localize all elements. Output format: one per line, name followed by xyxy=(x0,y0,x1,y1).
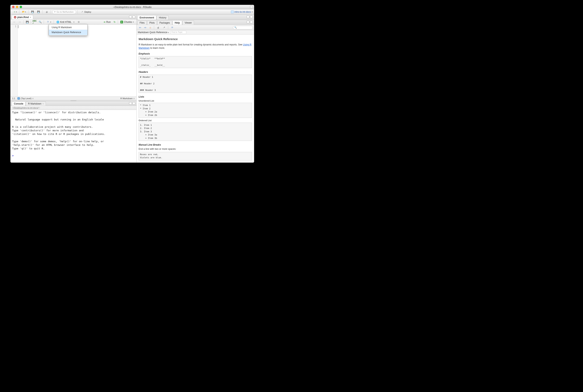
help-print-icon[interactable]: 🖨 xyxy=(155,26,161,30)
save-doc-icon[interactable]: 💾 xyxy=(25,20,30,24)
console-output[interactable]: Type 'license()' or 'licence()' for dist… xyxy=(11,110,136,162)
console-path-bar: ~/Desktop/intro-to-int-docs/ ⇨ xyxy=(11,106,136,110)
minimize-window-button[interactable] xyxy=(16,6,18,8)
zoom-window-button[interactable] xyxy=(20,6,22,8)
new-file-button[interactable]: ＋▾ xyxy=(12,10,18,14)
project-icon xyxy=(231,10,234,13)
console-tabs: Console R Markdown × xyxy=(11,101,136,106)
help-intro: R Markdown is an easy-to-write plain tex… xyxy=(139,43,252,50)
help-back-icon[interactable]: ⇦ xyxy=(138,26,142,30)
text-linebreaks: End a line with two or more spaces: xyxy=(139,148,252,151)
close-tab-icon[interactable]: × xyxy=(30,16,31,18)
maximize-pane-icon[interactable] xyxy=(250,21,253,23)
scope-label[interactable]: (Top Level) ⇕ xyxy=(21,97,34,100)
minimize-pane-icon[interactable] xyxy=(247,16,249,18)
find-in-topic-input[interactable]: Find in Topic xyxy=(170,31,186,34)
help-popout-icon[interactable]: ↗ xyxy=(161,26,167,30)
print-button[interactable]: 🖨 xyxy=(44,10,49,14)
language-label[interactable]: R Markdown ⇕ xyxy=(120,97,135,100)
help-refresh-icon[interactable]: ⟳ xyxy=(170,26,175,30)
titlebar: ~/Desktop/intro-to-int-docs - RStudio xyxy=(11,5,254,9)
scope-icon: f xyxy=(18,97,20,100)
code-linebreaks: Roses are red, Violets are blue. xyxy=(139,152,252,160)
help-forward-icon[interactable]: ⇨ xyxy=(143,26,147,30)
menu-item-using-rmarkdown[interactable]: Using R Markdown xyxy=(49,25,87,30)
help-search-input[interactable]: 🔍 xyxy=(233,26,253,29)
help-dropdown-button[interactable]: ?▾ xyxy=(45,20,53,24)
code-emphasis: *italic* **bold** _italic_ __bold__ xyxy=(139,56,252,68)
editor-toolbar: ⇦ ⇨ 💾 ABC✓ 🔍 ?▾ 🌐Knit HTML▾ ⚙ ➔Run ↻ xyxy=(11,20,136,24)
help-breadcrumb: Markdown Quick Reference ▾ Find in Topic xyxy=(137,30,254,34)
tab-files[interactable]: Files xyxy=(137,20,147,25)
cursor-position: 1:1 xyxy=(12,97,15,100)
run-button[interactable]: ➔Run xyxy=(102,20,112,24)
help-tabs: Files Plots Packages Help Viewer xyxy=(137,20,254,25)
window-title: ~/Desktop/intro-to-int-docs - RStudio xyxy=(113,6,152,8)
tab-environment[interactable]: Environment xyxy=(137,15,156,20)
close-tab-icon[interactable]: × xyxy=(43,102,44,105)
tab-plain-rmd[interactable]: plain.Rmd × xyxy=(12,15,33,19)
maximize-pane-icon[interactable] xyxy=(250,16,253,18)
env-tabs: Environment History xyxy=(137,15,254,20)
heading-headers: Headers xyxy=(139,70,252,74)
maximize-icon[interactable] xyxy=(250,6,253,8)
deploy-button[interactable]: ↗Deploy xyxy=(79,10,93,14)
project-menu[interactable]: intro-to-int-docs ▾ xyxy=(231,10,253,13)
code-ordered: 1. Item 1 2. Item 2 3. Item 3 + Item 3a … xyxy=(139,122,252,141)
tab-help[interactable]: Help xyxy=(173,20,182,25)
tab-history[interactable]: History xyxy=(157,15,168,20)
maximize-pane-icon[interactable] xyxy=(132,102,135,104)
code-unordered: * Item 1 * Item 2 + Item 2a + Item 2b xyxy=(139,103,252,118)
help-title: Markdown Quick Reference xyxy=(139,37,252,41)
menu-item-markdown-quickref[interactable]: Markdown Quick Reference xyxy=(49,30,87,35)
minimize-pane-icon[interactable] xyxy=(247,21,249,23)
minimize-pane-icon[interactable] xyxy=(129,102,132,104)
rmd-file-icon xyxy=(14,16,16,18)
minimize-pane-icon[interactable] xyxy=(129,16,132,18)
label-ordered: Ordered List xyxy=(139,119,252,122)
nav-forward-icon[interactable]: ⇨ xyxy=(17,20,23,24)
heading-emphasis: Emphasis xyxy=(139,52,252,56)
code-headers: # Header 1 ## Header 2 ### Header 3 xyxy=(139,74,252,93)
editor-statusbar: 1:1 f (Top Level) ⇕ R Markdown ⇕ xyxy=(11,96,136,100)
line-gutter: 1 xyxy=(11,24,18,96)
heading-linebreaks: Manual Line Breaks xyxy=(139,143,252,146)
help-home-icon[interactable]: ⌂ xyxy=(148,26,152,30)
knit-html-button[interactable]: 🌐Knit HTML▾ xyxy=(55,20,76,24)
close-window-button[interactable] xyxy=(12,6,15,8)
help-toolbar: ⇦ ⇨ ⌂ 🖨 ↗ ⟳ 🔍 xyxy=(137,25,254,30)
goto-arrow-icon: ➤ xyxy=(54,10,56,13)
breadcrumb-label[interactable]: Markdown Quick Reference ▾ xyxy=(138,31,169,34)
help-dropdown-menu: Using R Markdown Markdown Quick Referenc… xyxy=(49,24,88,36)
find-icon[interactable]: 🔍 xyxy=(38,20,43,24)
tab-viewer[interactable]: Viewer xyxy=(182,20,194,25)
app-window: ~/Desktop/intro-to-int-docs - RStudio ＋▾… xyxy=(10,5,254,163)
heading-lists: Lists xyxy=(139,95,252,98)
doc-options-icon[interactable]: ⚙ xyxy=(76,20,81,24)
spellcheck-icon[interactable]: ABC✓ xyxy=(32,20,37,24)
tab-plots[interactable]: Plots xyxy=(147,20,157,25)
search-icon: 🔍 xyxy=(234,26,237,28)
open-file-button[interactable]: 📂▾ xyxy=(21,10,27,14)
goto-file-input[interactable]: ➤Go to file/function xyxy=(52,10,76,14)
label-unordered: Unordered List xyxy=(139,100,252,102)
maximize-pane-icon[interactable] xyxy=(132,16,135,18)
main-toolbar: ＋▾ 📂▾ 💾 💾 🖨 ➤Go to file/function ↗Deploy… xyxy=(11,9,254,14)
tab-packages[interactable]: Packages xyxy=(157,20,172,25)
console-prompt: > xyxy=(12,154,15,157)
save-all-button[interactable]: 💾 xyxy=(36,10,41,14)
help-content: Markdown Quick Reference R Markdown is a… xyxy=(137,34,254,163)
tab-console[interactable]: Console xyxy=(12,101,26,106)
nav-back-icon[interactable]: ⇦ xyxy=(12,20,17,24)
tab-rmarkdown-output[interactable]: R Markdown × xyxy=(26,101,46,106)
save-button[interactable]: 💾 xyxy=(30,10,35,14)
chunks-button[interactable]: CChunks▾ xyxy=(119,20,135,24)
source-tabs: plain.Rmd × xyxy=(11,15,136,20)
rerun-icon[interactable]: ↻ xyxy=(112,20,117,24)
